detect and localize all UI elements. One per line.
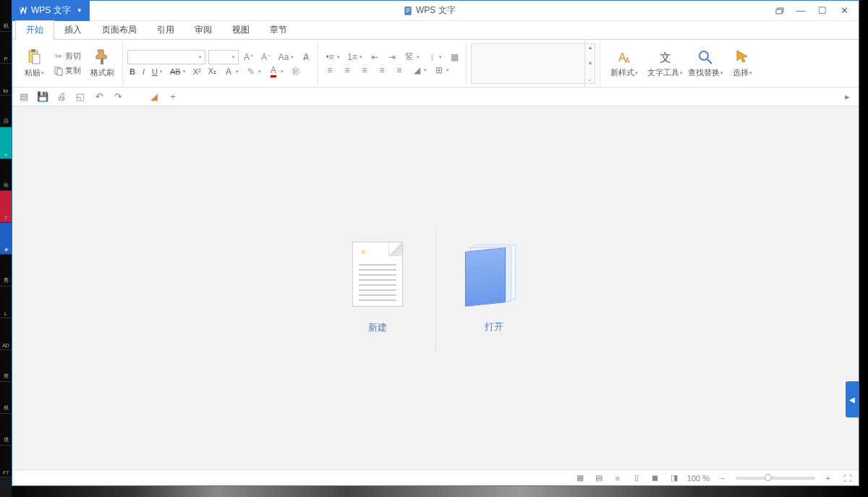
style-up-icon[interactable]: ▴: [584, 40, 595, 56]
zoom-in-button[interactable]: +: [822, 472, 834, 484]
style-gallery[interactable]: ▴ ▾ ⌄: [471, 43, 595, 84]
align-left-button[interactable]: ≡: [323, 64, 337, 76]
view-mode-4[interactable]: ▯: [631, 472, 642, 484]
superscript-button[interactable]: X²: [191, 67, 203, 77]
style-down-icon[interactable]: ▾: [584, 56, 595, 72]
paste-icon: [25, 48, 43, 66]
borders-button[interactable]: ⊞▾: [432, 64, 451, 76]
select-button[interactable]: 选择▾: [726, 43, 758, 85]
menu-view[interactable]: 视图: [222, 21, 260, 39]
maximize-button[interactable]: ☐: [812, 3, 833, 19]
zoom-level: 100 %: [687, 474, 710, 483]
circled-char-button[interactable]: ㊖: [289, 66, 303, 77]
zoom-out-button[interactable]: −: [717, 472, 728, 484]
svg-point-14: [699, 51, 708, 60]
view-mode-1[interactable]: ▦: [574, 472, 586, 484]
underline-button[interactable]: U▾: [150, 67, 165, 77]
menu-references[interactable]: 引用: [147, 21, 184, 39]
side-panel-tab[interactable]: ◀: [846, 381, 859, 417]
view-mode-2[interactable]: ▤: [593, 472, 605, 484]
grow-font-button[interactable]: A⁺: [242, 51, 256, 63]
decrease-indent-button[interactable]: ⇤: [367, 51, 382, 63]
view-mode-3[interactable]: ≡: [612, 472, 624, 484]
undo-button[interactable]: ↶: [93, 91, 105, 103]
distribute-button[interactable]: ≡: [392, 64, 407, 76]
cursor-icon: [733, 48, 751, 66]
new-style-button[interactable]: AA 新样式▾: [605, 43, 644, 85]
asian-layout-button[interactable]: 竖▾: [402, 51, 422, 63]
view-mode-6[interactable]: ◨: [668, 472, 680, 484]
brush-icon: [93, 48, 111, 66]
find-replace-button[interactable]: 查找替换▾: [686, 43, 725, 85]
text-effects-button[interactable]: A▾: [221, 66, 241, 77]
format-painter-button[interactable]: 格式刷: [86, 43, 118, 85]
svg-rect-4: [776, 9, 782, 14]
svg-rect-6: [31, 49, 35, 52]
format-painter-qat[interactable]: ◢: [148, 91, 160, 103]
new-label: 新建: [368, 321, 387, 334]
font-size-select[interactable]: ▾: [208, 50, 239, 64]
restore-up-button[interactable]: [769, 3, 789, 19]
align-center-button[interactable]: ≡: [340, 64, 354, 76]
ribbon-paragraph: •≡▾ 1≡▾ ⇤ ⇥ 竖▾ ↕▾ ▦ ≡ ≡ ≡ ≡ ≡ ◢▾ ⊞▾: [318, 42, 467, 85]
new-document-action[interactable]: ✳ 新建: [320, 242, 435, 334]
font-family-select[interactable]: ▾: [127, 50, 205, 64]
border-button[interactable]: ▦: [447, 51, 461, 63]
text-tools-icon: 文: [656, 48, 673, 66]
svg-rect-3: [406, 12, 409, 12]
bullets-button[interactable]: •≡▾: [323, 51, 342, 63]
view-mode-5[interactable]: ◼: [650, 472, 661, 484]
menu-start[interactable]: 开始: [15, 20, 54, 40]
svg-rect-9: [57, 69, 62, 75]
clear-format-button[interactable]: A̷: [299, 51, 313, 63]
bold-button[interactable]: B: [127, 67, 137, 77]
close-button[interactable]: ✕: [834, 3, 854, 19]
menubar: 开始 插入 页面布局 引用 审阅 视图 章节: [12, 21, 859, 40]
menu-section[interactable]: 章节: [260, 21, 297, 39]
open-document-action[interactable]: 打开: [436, 242, 552, 334]
shrink-font-button[interactable]: A⁻: [259, 51, 273, 63]
ribbon-font: ▾ ▾ A⁺ A⁻ Aa▾ A̷ B I U▾ AB▾ X² X₂ A▾ ✎▾ …: [123, 42, 318, 85]
print-button[interactable]: 🖨: [56, 91, 67, 103]
text-tools-button[interactable]: 文 文字工具▾: [645, 43, 684, 85]
redo-button[interactable]: ↷: [112, 91, 124, 103]
ribbon: 粘贴▾ ✂剪切 复制 格式刷 ▾ ▾ A⁺ A⁻ Aa▾ A̷: [12, 40, 859, 88]
increase-indent-button[interactable]: ⇥: [385, 51, 399, 63]
align-right-button[interactable]: ≡: [357, 64, 372, 76]
fullscreen-button[interactable]: ⛶: [841, 472, 853, 484]
minimize-button[interactable]: —: [791, 3, 811, 19]
wps-logo-icon: [18, 6, 28, 16]
app-badge[interactable]: WPS 文字 ▼: [12, 1, 90, 21]
zoom-slider[interactable]: [736, 477, 815, 480]
ribbon-clipboard: 粘贴▾ ✂剪切 复制 格式刷: [15, 42, 123, 85]
numbering-button[interactable]: 1≡▾: [345, 51, 365, 63]
copy-button[interactable]: 复制: [51, 64, 83, 77]
statusbar: ▦ ▤ ≡ ▯ ◼ ◨ 100 % − + ⛶: [12, 470, 859, 485]
strike-button[interactable]: AB▾: [168, 67, 188, 77]
style-more-icon[interactable]: ⌄: [584, 72, 595, 88]
svg-rect-1: [406, 8, 410, 9]
justify-button[interactable]: ≡: [375, 64, 389, 76]
menu-page-layout[interactable]: 页面布局: [92, 21, 147, 39]
shading-button[interactable]: ◢▾: [409, 64, 429, 76]
window-title: WPS 文字: [90, 4, 769, 17]
highlight-button[interactable]: ✎▾: [244, 66, 263, 77]
save-button[interactable]: 💾: [37, 91, 48, 103]
menu-review[interactable]: 审阅: [184, 21, 222, 39]
new-doc-button[interactable]: ▤: [18, 91, 30, 103]
cut-button[interactable]: ✂剪切: [51, 50, 83, 62]
italic-button[interactable]: I: [140, 67, 147, 77]
line-spacing-button[interactable]: ↕▾: [425, 51, 444, 63]
subscript-button[interactable]: X₂: [206, 66, 218, 77]
font-color-button[interactable]: A▾: [266, 66, 286, 77]
collapse-ribbon-button[interactable]: ▸: [841, 91, 853, 103]
change-case-button[interactable]: Aa▾: [276, 51, 296, 63]
paste-button[interactable]: 粘贴▾: [20, 43, 48, 85]
new-style-icon: AA: [616, 48, 633, 66]
window-controls: — ☐ ✕: [769, 3, 859, 19]
svg-line-15: [707, 59, 712, 64]
menu-insert[interactable]: 插入: [54, 21, 92, 39]
add-qat-button[interactable]: +: [167, 91, 179, 103]
wps-window: WPS 文字 ▼ WPS 文字 — ☐ ✕ 开始 插入 页面布局 引用 审阅 视…: [12, 0, 859, 486]
print-preview-button[interactable]: ◱: [75, 91, 86, 103]
